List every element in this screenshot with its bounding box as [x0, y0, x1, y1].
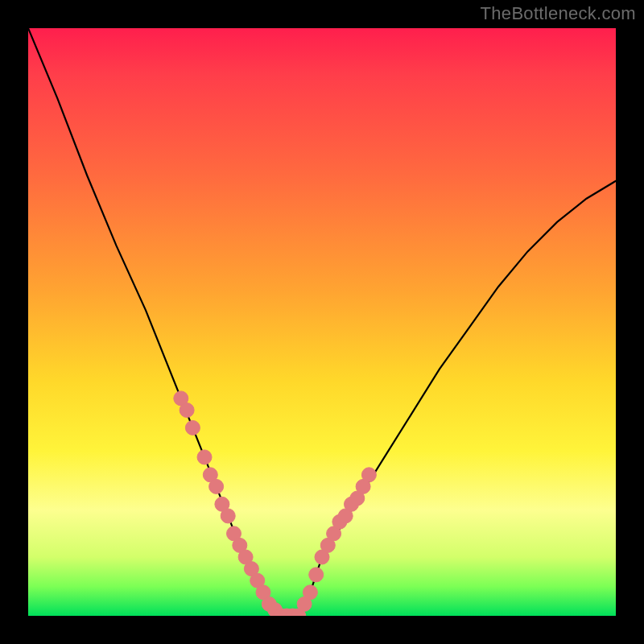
marker-group — [174, 391, 377, 616]
chart-frame: TheBottleneck.com — [0, 0, 644, 644]
curve-marker — [303, 585, 317, 600]
watermark-text: TheBottleneck.com — [481, 3, 636, 24]
curve-marker — [221, 509, 235, 523]
bottleneck-curve-svg — [28, 28, 616, 616]
plot-area — [28, 28, 616, 616]
curve-marker — [209, 479, 224, 493]
curve-marker — [185, 420, 200, 435]
curve-marker — [197, 450, 212, 464]
curve-marker — [361, 468, 376, 482]
curve-marker — [309, 568, 324, 582]
curve-marker — [180, 403, 194, 418]
bottleneck-curve-line — [28, 28, 616, 616]
